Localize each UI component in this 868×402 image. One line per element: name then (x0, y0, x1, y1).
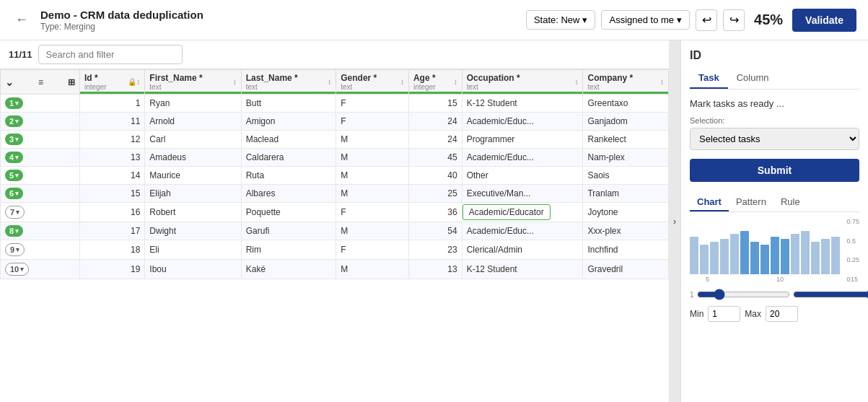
header-title-block: Demo - CRM data deduplication Type: Merg… (40, 9, 517, 32)
chart-bar (821, 239, 830, 274)
table-cell-firstname: Amadeus (145, 149, 241, 167)
table-cell-id: 13 (80, 149, 145, 167)
table-cell-id: 12 (80, 131, 145, 149)
table-row-badge[interactable]: 6 ▾ (1, 185, 80, 203)
chart-bar (750, 242, 759, 274)
table-cell-occupation: Clerical/Admin (462, 240, 583, 260)
col-header-occupation: Occupation *text ↕ (462, 70, 583, 95)
table-cell-lastname: Amigon (241, 113, 336, 131)
col-header-id: Id *integer 🔒↕ (80, 70, 145, 95)
col-header-lastname: Last_Name *text ↕ (241, 70, 336, 95)
chart-x-labels: 5 10 15 (690, 276, 859, 283)
chart-bar (791, 234, 799, 274)
tab-column[interactable]: Column (728, 68, 778, 89)
table-cell-occupation: Academic/Educ... (462, 149, 583, 167)
chart-tab-rule[interactable]: Rule (773, 193, 807, 211)
search-input[interactable] (38, 45, 183, 64)
table-row-badge[interactable]: 4 ▾ (1, 149, 80, 167)
table-cell-occupation: Academic/Educ... (462, 113, 583, 131)
chart-area: 0.75 0.5 0.25 0 5 10 15 (690, 218, 859, 283)
mark-tasks-label: Mark tasks as ready ... (690, 98, 859, 109)
table-cell-company: Saois (583, 167, 669, 185)
table-cell-lastname: Kaké (241, 260, 336, 279)
table-cell-id: 19 (80, 260, 145, 279)
grid-icon[interactable]: ⊞ (68, 77, 75, 87)
sort-lastname-icon[interactable]: ↕ (328, 78, 331, 86)
table-cell-id: 16 (80, 203, 145, 222)
table-row-badge[interactable]: 2 ▾ (1, 113, 80, 131)
min-label: Min (690, 309, 703, 319)
col-header-gender: Gender *text ↕ (336, 70, 409, 95)
chart-bar (771, 237, 779, 275)
min-input[interactable] (708, 306, 740, 322)
sort-firstname-icon[interactable]: ↕ (233, 78, 237, 86)
right-panel: ID Task Column Mark tasks as ready ... S… (680, 40, 868, 402)
table-cell-company: Gravedril (583, 260, 669, 279)
chart-tab-chart[interactable]: Chart (690, 193, 729, 211)
table-cell-gender: M (336, 131, 409, 149)
table-cell-gender: M (336, 222, 409, 240)
sort-company-icon[interactable]: ↕ (660, 78, 664, 86)
table-row-badge[interactable]: 7 ▾ (1, 203, 80, 222)
back-button[interactable]: ← (12, 10, 32, 30)
table-cell-age: 13 (408, 260, 462, 279)
table-cell-id: 17 (80, 222, 145, 240)
table-row-badge[interactable]: 8 ▾ (1, 222, 80, 240)
table-cell-occupation: Programmer (462, 131, 583, 149)
selection-dropdown[interactable]: Selected tasksAll tasksCurrent task (690, 128, 859, 150)
table-wrapper: ⌄ ≡ ⊞ Id *integer 🔒↕ (0, 69, 669, 402)
validate-button[interactable]: Validate (792, 9, 856, 32)
chart-bar (700, 245, 709, 274)
table-cell-company: Inchfind (583, 240, 669, 260)
slider-row: 1 20 (690, 289, 859, 300)
table-cell-age: 24 (408, 113, 462, 131)
table-cell-id: 1 (80, 95, 145, 113)
table-cell-id: 11 (80, 113, 145, 131)
chart-tab-pattern[interactable]: Pattern (729, 193, 773, 211)
submit-button[interactable]: Submit (690, 159, 859, 182)
column-menu-icon[interactable]: ≡ (38, 77, 43, 87)
table-cell-company: Greentaxo (583, 95, 669, 113)
page-subtitle: Type: Merging (40, 22, 95, 32)
range-slider-start[interactable] (697, 289, 790, 300)
undo-icon: ↩ (702, 13, 711, 27)
table-cell-lastname: Garufi (241, 222, 336, 240)
sort-gender-icon[interactable]: ↕ (400, 78, 404, 86)
table-cell-occupation: K-12 Student (462, 95, 583, 113)
table-cell-gender: F (336, 95, 409, 113)
sort-id-icon[interactable]: 🔒↕ (128, 78, 140, 86)
table-cell-firstname: Eli (145, 240, 241, 260)
table-row-badge[interactable]: 3 ▾ (1, 131, 80, 149)
table-row-badge[interactable]: 1 ▾ (1, 95, 80, 113)
table-cell-gender: M (336, 185, 409, 203)
table-cell-age: 36 (408, 203, 462, 222)
right-panel-id-label: ID (690, 49, 859, 62)
collapse-icon: › (673, 217, 676, 227)
table-cell-firstname: Maurice (145, 167, 241, 185)
max-input[interactable] (766, 306, 798, 322)
table-cell-age: 25 (408, 185, 462, 203)
chart-bar (831, 237, 840, 275)
undo-button[interactable]: ↩ (696, 9, 717, 31)
chevron-down-icon: ▾ (582, 14, 587, 25)
chart-bar (720, 239, 729, 274)
assigned-button[interactable]: Assigned to me ▾ (601, 10, 690, 30)
table-row-badge[interactable]: 10 ▾ (1, 260, 80, 279)
sort-age-icon[interactable]: ↕ (454, 78, 457, 86)
redo-button[interactable]: ↪ (723, 9, 745, 31)
table-cell-occupation: K-12 Student (462, 260, 583, 279)
table-cell-firstname: Robert (145, 203, 241, 222)
sort-occupation-icon[interactable]: ↕ (574, 78, 578, 86)
state-button[interactable]: State: New ▾ (526, 10, 596, 30)
range-slider-end[interactable] (793, 289, 868, 300)
collapse-handle[interactable]: › (669, 40, 680, 402)
table-cell-lastname: Ruta (241, 167, 336, 185)
table-row-badge[interactable]: 9 ▾ (1, 240, 80, 260)
back-icon: ← (15, 12, 28, 27)
tab-task[interactable]: Task (690, 68, 728, 89)
chart-y-axis: 0.75 0.5 0.25 0 (846, 218, 859, 283)
redo-icon: ↪ (729, 13, 739, 27)
select-all-icon[interactable]: ⌄ (5, 77, 14, 88)
table-row-badge[interactable]: 5 ▾ (1, 167, 80, 185)
col-header-company: Company *text ↕ (583, 70, 669, 95)
